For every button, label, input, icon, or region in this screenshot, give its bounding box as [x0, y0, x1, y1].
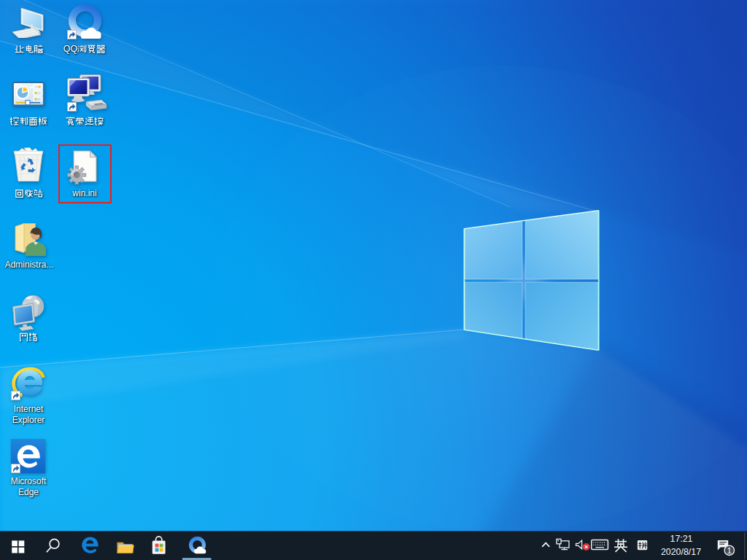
svg-text:17:21: 17:21 — [670, 534, 692, 544]
svg-text:1: 1 — [727, 546, 732, 555]
svg-text:2020/8/17: 2020/8/17 — [661, 547, 701, 557]
